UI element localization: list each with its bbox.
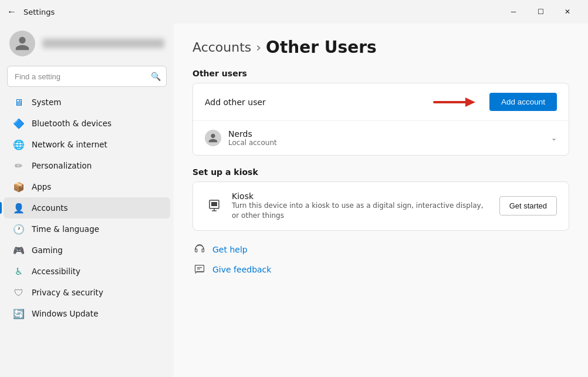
nav-list: 🖥System🔷Bluetooth & devices🌐Network & in…: [0, 92, 174, 324]
system-icon: 🖥: [13, 96, 25, 108]
avatar: [9, 31, 35, 56]
feedback-icon: [192, 262, 207, 277]
sidebar-item-time[interactable]: 🕐Time & language: [4, 218, 170, 240]
title-bar: ← Settings ─ ☐ ✕: [0, 0, 588, 23]
breadcrumb-separator: ›: [256, 40, 261, 55]
breadcrumb-current: Other Users: [266, 38, 377, 57]
sidebar-item-network[interactable]: 🌐Network & internet: [4, 134, 170, 155]
get-help-link[interactable]: Get help: [192, 243, 569, 257]
kiosk-card: Kiosk Turn this device into a kiosk to u…: [192, 181, 569, 231]
other-users-header: Other users: [192, 69, 569, 78]
time-icon: 🕐: [13, 223, 25, 235]
search-icon: 🔍: [151, 72, 161, 81]
sidebar-item-label-bluetooth: Bluetooth & devices: [32, 119, 111, 128]
gaming-icon: 🎮: [13, 244, 25, 256]
personalization-icon: ✏️: [13, 160, 25, 171]
arrow-indicator: [433, 94, 480, 110]
sidebar-item-apps[interactable]: 📦Apps: [4, 176, 170, 197]
get-help-label: Get help: [212, 245, 248, 254]
sidebar-item-gaming[interactable]: 🎮Gaming: [4, 240, 170, 261]
kiosk-description: Turn this device into a kiosk to use as …: [232, 201, 491, 221]
user-name: [42, 39, 164, 48]
add-account-button[interactable]: Add account: [489, 93, 557, 111]
window-controls: ─ ☐ ✕: [500, 2, 581, 21]
sidebar-item-label-privacy: Privacy & security: [32, 288, 103, 297]
update-icon: 🔄: [13, 308, 25, 319]
headset-icon: [192, 243, 207, 257]
svg-rect-6: [195, 265, 204, 272]
accessibility-icon: ♿: [13, 265, 25, 277]
sidebar-item-label-network: Network & internet: [32, 140, 107, 149]
help-links: Get help Give feedback: [192, 243, 569, 277]
sidebar-item-privacy[interactable]: 🛡Privacy & security: [4, 282, 170, 303]
sidebar-item-update[interactable]: 🔄Windows Update: [4, 303, 170, 324]
kiosk-section-header: Set up a kiosk: [192, 167, 569, 177]
apps-icon: 📦: [13, 181, 25, 193]
sidebar-item-label-time: Time & language: [32, 224, 99, 234]
breadcrumb: Accounts › Other Users: [192, 38, 569, 57]
sidebar-item-label-personalization: Personalization: [32, 161, 92, 170]
back-button[interactable]: ←: [5, 4, 19, 19]
add-user-row: Add other user Add account: [193, 83, 569, 120]
user-row-name: Nerds: [228, 129, 544, 139]
title-bar-left: ← Settings: [5, 4, 55, 19]
sidebar-item-accounts[interactable]: 👤Accounts: [4, 197, 170, 218]
app-title: Settings: [23, 8, 55, 16]
sidebar-item-bluetooth[interactable]: 🔷Bluetooth & devices: [4, 113, 170, 134]
give-feedback-link[interactable]: Give feedback: [192, 262, 569, 277]
sidebar-item-label-accessibility: Accessibility: [32, 267, 80, 276]
minimize-button[interactable]: ─: [500, 2, 527, 21]
kiosk-icon: [205, 197, 224, 216]
sidebar-item-label-gaming: Gaming: [32, 245, 63, 255]
sidebar-item-label-update: Windows Update: [32, 309, 98, 318]
add-user-right: Add account: [433, 93, 557, 111]
add-other-user-label: Add other user: [205, 97, 266, 107]
sidebar-item-accessibility[interactable]: ♿Accessibility: [4, 261, 170, 282]
person-icon: [14, 35, 31, 52]
privacy-icon: 🛡: [13, 287, 25, 298]
kiosk-name: Kiosk: [232, 191, 491, 201]
kiosk-section: Set up a kiosk Kiosk Turn this device in…: [192, 167, 569, 231]
user-avatar-icon: [208, 133, 218, 143]
sidebar-item-personalization[interactable]: ✏️Personalization: [4, 155, 170, 176]
user-row-info: Nerds Local account: [228, 129, 544, 147]
kiosk-info: Kiosk Turn this device into a kiosk to u…: [232, 191, 491, 221]
user-row[interactable]: Nerds Local account ⌄: [193, 120, 569, 155]
give-feedback-label: Give feedback: [212, 265, 271, 274]
maximize-button[interactable]: ☐: [527, 2, 554, 21]
main-layout: 🔍 🖥System🔷Bluetooth & devices🌐Network & …: [0, 23, 588, 377]
svg-rect-5: [211, 202, 217, 206]
user-profile[interactable]: [0, 23, 174, 66]
sidebar-item-label-system: System: [32, 97, 61, 107]
feedback-svg-icon: [194, 264, 205, 275]
arrow-icon: [433, 94, 480, 110]
get-started-button[interactable]: Get started: [499, 196, 557, 216]
network-icon: 🌐: [13, 139, 25, 150]
sidebar-item-label-accounts: Accounts: [32, 203, 68, 213]
sidebar-item-label-apps: Apps: [32, 182, 51, 191]
user-row-type: Local account: [228, 139, 544, 147]
kiosk-row: Kiosk Turn this device into a kiosk to u…: [193, 182, 569, 230]
search-input[interactable]: [7, 66, 167, 87]
close-button[interactable]: ✕: [554, 2, 581, 21]
chevron-down-icon: ⌄: [551, 134, 557, 142]
content-area: Accounts › Other Users Other users Add o…: [174, 23, 588, 377]
breadcrumb-parent: Accounts: [192, 40, 251, 55]
sidebar: 🔍 🖥System🔷Bluetooth & devices🌐Network & …: [0, 23, 174, 377]
help-svg-icon: [194, 244, 205, 255]
add-other-user-card: Add other user Add account: [192, 83, 569, 156]
kiosk-svg-icon: [207, 199, 221, 213]
search-box: 🔍: [7, 66, 167, 87]
svg-marker-1: [465, 97, 475, 107]
sidebar-item-system[interactable]: 🖥System: [4, 92, 170, 113]
user-row-avatar: [205, 130, 221, 146]
accounts-icon: 👤: [13, 202, 25, 214]
bluetooth-icon: 🔷: [13, 117, 25, 129]
